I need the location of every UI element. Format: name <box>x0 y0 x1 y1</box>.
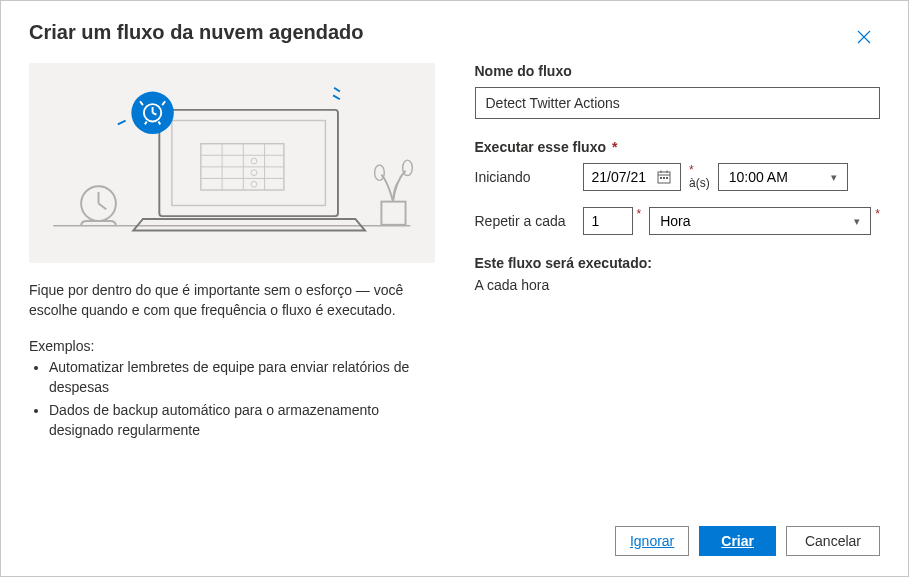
left-column: Fique por dentro do que é importante sem… <box>29 63 435 500</box>
create-button[interactable]: Criar <box>699 526 776 556</box>
list-item: Dados de backup automático para o armaze… <box>49 401 435 440</box>
required-marker: * <box>637 207 642 221</box>
summary-text: A cada hora <box>475 277 881 293</box>
start-date-picker[interactable]: 21/07/21 <box>583 163 682 191</box>
repeat-unit-select[interactable]: Hora ▾ <box>649 207 871 235</box>
flow-name-input[interactable] <box>475 87 881 119</box>
flow-name-label: Nome do fluxo <box>475 63 881 79</box>
svg-point-18 <box>403 160 413 175</box>
starting-label: Iniciando <box>475 169 575 185</box>
svg-rect-5 <box>172 121 326 206</box>
dialog-body: Fique por dentro do que é importante sem… <box>1 63 908 510</box>
skip-button[interactable]: Ignorar <box>615 526 689 556</box>
create-scheduled-flow-dialog: Criar um fluxo da nuvem agendado <box>0 0 909 577</box>
repeat-row: Repetir a cada * Hora ▾ * <box>475 207 881 235</box>
run-flow-label: Executar esse fluxo * <box>475 139 881 155</box>
svg-line-24 <box>333 95 340 99</box>
svg-line-25 <box>334 88 340 92</box>
examples-heading: Exemplos: <box>29 338 435 354</box>
at-label: *à(s) <box>689 164 710 190</box>
repeat-interval-input[interactable] <box>583 207 633 235</box>
chevron-down-icon: ▾ <box>831 171 837 184</box>
close-button[interactable] <box>848 21 880 53</box>
svg-point-15 <box>251 181 257 187</box>
list-item: Automatizar lembretes de equipe para env… <box>49 358 435 397</box>
svg-rect-32 <box>666 177 668 179</box>
start-date-value: 21/07/21 <box>592 169 647 185</box>
required-marker: * <box>608 139 617 155</box>
svg-line-3 <box>99 204 107 210</box>
dialog-footer: Ignorar Criar Cancelar <box>1 510 908 576</box>
dialog-header: Criar um fluxo da nuvem agendado <box>1 1 908 63</box>
calendar-icon <box>656 169 672 185</box>
svg-rect-16 <box>381 202 405 225</box>
start-time-value: 10:00 AM <box>729 169 788 185</box>
summary-heading: Este fluxo será executado: <box>475 255 881 271</box>
starting-row: Iniciando 21/07/21 *à(s) 10:00 AM ▾ <box>475 163 881 191</box>
repeat-unit-value: Hora <box>660 213 690 229</box>
svg-point-14 <box>251 170 257 176</box>
close-icon <box>857 30 871 44</box>
svg-line-23 <box>118 121 126 125</box>
svg-rect-31 <box>663 177 665 179</box>
svg-rect-4 <box>159 110 338 216</box>
svg-point-17 <box>375 165 385 180</box>
illustration <box>29 63 435 263</box>
repeat-label: Repetir a cada <box>475 213 575 229</box>
description-text: Fique por dentro do que é importante sem… <box>29 281 435 320</box>
svg-point-13 <box>251 158 257 164</box>
examples-list: Automatizar lembretes de equipe para env… <box>29 358 435 440</box>
chevron-down-icon: ▾ <box>854 215 860 228</box>
start-time-select[interactable]: 10:00 AM ▾ <box>718 163 848 191</box>
dialog-title: Criar um fluxo da nuvem agendado <box>29 21 364 44</box>
cancel-button[interactable]: Cancelar <box>786 526 880 556</box>
right-column: Nome do fluxo Executar esse fluxo * Inic… <box>475 63 881 500</box>
required-marker: * <box>875 207 880 221</box>
svg-rect-30 <box>660 177 662 179</box>
